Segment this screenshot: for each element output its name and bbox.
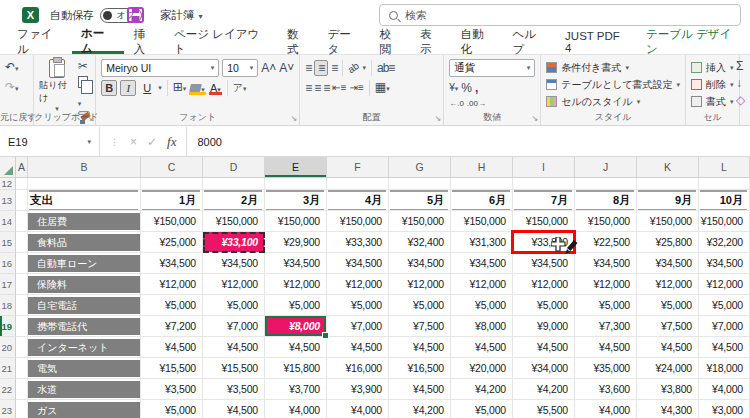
fill-color-icon[interactable]: ▾ [189, 82, 206, 94]
category-cell[interactable]: ガス [28, 400, 141, 418]
cut-icon[interactable]: ✂ [78, 59, 91, 73]
value-cell-J22[interactable]: ¥3,600 [575, 379, 637, 400]
value-cell-C21[interactable]: ¥15,500 [141, 358, 203, 379]
value-cell-L22[interactable]: ¥4,000 [699, 379, 750, 400]
comma-style-icon[interactable]: , [475, 81, 478, 95]
value-cell-G15[interactable]: ¥32,400 [389, 232, 451, 253]
cancel-icon[interactable]: × [130, 135, 137, 149]
row-header-19[interactable]: 19 [0, 316, 16, 337]
sheet-cell[interactable] [699, 178, 750, 190]
value-cell-F23[interactable]: ¥4,000 [327, 400, 389, 418]
value-cell-G22[interactable]: ¥4,500 [389, 379, 451, 400]
sheet-cell[interactable] [575, 178, 637, 190]
value-cell-L21[interactable]: ¥18,000 [699, 358, 750, 379]
style-item-1[interactable]: 条件付き書式▾ [546, 59, 680, 76]
wrap-text-icon[interactable]: ab≡ [377, 61, 394, 75]
column-header-F[interactable]: F [327, 157, 389, 177]
column-header-E[interactable]: E [265, 157, 327, 177]
paste-button[interactable]: 貼り付け ▾ [39, 59, 74, 115]
month-header-1月[interactable]: 1月 [141, 190, 203, 211]
increase-decimal-icon[interactable]: ←.0 [449, 97, 464, 111]
category-cell[interactable]: 携帯電話代 [28, 316, 141, 337]
value-cell-E14[interactable]: ¥150,000 [265, 211, 327, 232]
tab-ホーム[interactable]: ホーム [72, 30, 124, 54]
align-top-icon[interactable]: ≡ [305, 61, 311, 75]
value-cell-D15[interactable]: ¥33,100 [203, 232, 265, 253]
category-cell[interactable]: 自動車ローン [28, 253, 141, 274]
underline-button[interactable]: U [139, 80, 155, 96]
value-cell-H16[interactable]: ¥34,500 [451, 253, 513, 274]
month-header-8月[interactable]: 8月 [575, 190, 637, 211]
sheet-cell[interactable] [389, 178, 451, 190]
name-box[interactable]: E19▾ [0, 127, 100, 156]
value-cell-F20[interactable]: ¥4,500 [327, 337, 389, 358]
value-cell-C18[interactable]: ¥5,000 [141, 295, 203, 316]
sheet-cell[interactable] [16, 316, 28, 337]
value-cell-K21[interactable]: ¥24,000 [637, 358, 699, 379]
value-cell-E22[interactable]: ¥3,700 [265, 379, 327, 400]
tab-データ[interactable]: データ [318, 30, 370, 54]
align-right-icon[interactable]: ≡ [323, 81, 329, 95]
value-cell-G20[interactable]: ¥4,500 [389, 337, 451, 358]
column-header-D[interactable]: D [203, 157, 265, 177]
tab-表示[interactable]: 表示 [411, 30, 452, 54]
column-header-G[interactable]: G [389, 157, 451, 177]
value-cell-I21[interactable]: ¥34,000 [513, 358, 575, 379]
value-cell-F15[interactable]: ¥33,300 [327, 232, 389, 253]
category-cell[interactable]: 住居費 [28, 211, 141, 232]
value-cell-H20[interactable]: ¥4,500 [451, 337, 513, 358]
sheet-cell[interactable] [637, 178, 699, 190]
row-header-14[interactable]: 14 [0, 211, 16, 232]
column-header-H[interactable]: H [451, 157, 513, 177]
sheet-cell[interactable] [16, 358, 28, 379]
tab-ページ レイアウト[interactable]: ページ レイアウト [165, 30, 278, 54]
value-cell-K14[interactable]: ¥150,000 [637, 211, 699, 232]
decrease-font-icon[interactable]: A˅ [279, 61, 294, 75]
value-cell-J17[interactable]: ¥12,000 [575, 274, 637, 295]
sheet-cell[interactable] [16, 379, 28, 400]
style-item-3[interactable]: セルのスタイル▾ [546, 93, 680, 110]
value-cell-J18[interactable]: ¥5,000 [575, 295, 637, 316]
category-cell[interactable]: 自宅電話 [28, 295, 141, 316]
column-header-I[interactable]: I [513, 157, 575, 177]
decrease-indent-icon[interactable]: ⇤≡ [332, 81, 346, 95]
resize-dots-icon[interactable]: ⋮ [110, 137, 120, 147]
sheet-cell[interactable] [16, 274, 28, 295]
increase-font-icon[interactable]: A˄ [261, 61, 276, 75]
value-cell-C15[interactable]: ¥25,000 [141, 232, 203, 253]
sheet-cell[interactable] [265, 178, 327, 190]
value-cell-L17[interactable]: ¥12,000 [699, 274, 750, 295]
value-cell-L18[interactable]: ¥5,000 [699, 295, 750, 316]
value-cell-I22[interactable]: ¥4,200 [513, 379, 575, 400]
cells-item-3[interactable]: 書式▾ [691, 93, 734, 110]
tab-テーブル デザイン[interactable]: テーブル デザイン [637, 30, 750, 54]
value-cell-K17[interactable]: ¥12,000 [637, 274, 699, 295]
value-cell-K16[interactable]: ¥34,500 [637, 253, 699, 274]
value-cell-C20[interactable]: ¥4,500 [141, 337, 203, 358]
row-header-15[interactable]: 15 [0, 232, 16, 253]
column-header-C[interactable]: C [141, 157, 203, 177]
value-cell-I15[interactable]: ¥33,800 [513, 232, 575, 253]
value-cell-F17[interactable]: ¥12,000 [327, 274, 389, 295]
value-cell-K18[interactable]: ¥5,000 [637, 295, 699, 316]
value-cell-H23[interactable]: ¥5,000 [451, 400, 513, 418]
value-cell-K22[interactable]: ¥3,800 [637, 379, 699, 400]
accounting-format-icon[interactable]: ¥▾ [449, 81, 458, 96]
value-cell-I23[interactable]: ¥5,500 [513, 400, 575, 418]
category-cell[interactable]: 食料品 [28, 232, 141, 253]
value-cell-C23[interactable]: ¥5,000 [141, 400, 203, 418]
bold-button[interactable]: B [101, 80, 117, 96]
dialog-launcher-icon[interactable]: ↘ [87, 114, 94, 123]
search-input[interactable]: 検索 [379, 4, 741, 26]
value-cell-L20[interactable]: ¥4,500 [699, 337, 750, 358]
italic-button[interactable]: I [120, 80, 136, 96]
value-cell-J23[interactable]: ¥4,000 [575, 400, 637, 418]
value-cell-J19[interactable]: ¥7,300 [575, 316, 637, 337]
value-cell-K20[interactable]: ¥4,500 [637, 337, 699, 358]
align-center-icon[interactable]: ≡ [314, 81, 320, 95]
value-cell-F14[interactable]: ¥150,000 [327, 211, 389, 232]
value-cell-E19[interactable]: ¥8,000 [265, 316, 327, 337]
value-cell-D23[interactable]: ¥4,500 [203, 400, 265, 418]
align-bottom-icon[interactable]: ≡ [331, 61, 337, 75]
value-cell-E23[interactable]: ¥4,000 [265, 400, 327, 418]
